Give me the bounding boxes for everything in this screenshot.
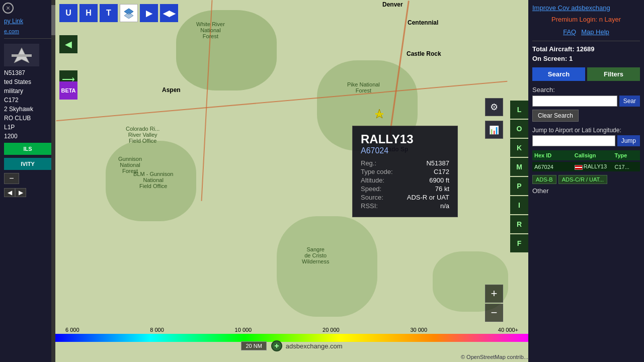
alt-value: 6900 ft <box>429 176 449 184</box>
aircraft-org: RO CLUB <box>0 114 55 123</box>
u-button[interactable]: U <box>59 4 77 22</box>
zoom-controls: + − <box>485 285 503 322</box>
o-button[interactable]: O <box>510 120 528 138</box>
colorbar-label-4: 30 000 <box>410 327 427 333</box>
th-hexid: Hex ID <box>532 150 572 160</box>
popup-hexid: A67024 <box>361 146 449 155</box>
speed-label: Speed: <box>361 185 381 193</box>
map-help-link[interactable]: Map Help <box>581 28 609 36</box>
total-aircraft-stat: Total Aircraft: 12689 <box>532 45 640 53</box>
t-button[interactable]: T <box>100 4 118 22</box>
improve-coverage-link[interactable]: Improve Cov adsbexchang <box>532 4 640 13</box>
h-button[interactable]: H <box>79 4 98 22</box>
p-button[interactable]: P <box>510 177 528 195</box>
jump-button[interactable]: Jump <box>617 135 640 146</box>
settings-button[interactable]: ⚙ <box>485 98 503 116</box>
right-panel: Improve Cov adsbexchang Premium Login: n… <box>528 0 644 362</box>
aircraft-popup: RALLY13 A67024 Reg.: N51387 Type code: C… <box>352 126 458 217</box>
aircraft-icon[interactable] <box>373 108 385 120</box>
popup-row-type: Type code: C172 <box>361 168 449 175</box>
zoom-in-button[interactable]: + <box>485 285 503 303</box>
source-label: Source: <box>361 194 383 201</box>
adsb-watermark: adsbexchange.com <box>286 342 343 350</box>
zoom-out-button[interactable]: − <box>485 304 503 322</box>
faq-link[interactable]: FAQ <box>563 28 576 36</box>
m-button[interactable]: M <box>510 158 528 176</box>
colorbar-label-0: 6 000 <box>65 327 79 333</box>
filters-tab[interactable]: Filters <box>587 67 640 81</box>
aircraft-id: L1P <box>0 123 55 132</box>
th-callsign: Callsign <box>573 150 612 160</box>
panel-tabs: Search Filters <box>532 67 640 81</box>
reg-value: N51387 <box>426 159 449 167</box>
flag-icon <box>575 165 583 170</box>
back-button[interactable]: ◀ <box>59 35 77 53</box>
reg-label: Reg.: <box>361 159 376 167</box>
arrow-left-button[interactable]: ◀ <box>4 188 15 197</box>
colorbar-label-2: 10 000 <box>235 327 252 333</box>
type-value: C172 <box>434 168 449 175</box>
popup-row-source: Source: ADS-R or UAT <box>361 194 449 201</box>
next-button[interactable]: ▶ <box>140 4 158 22</box>
panel-divider-1 <box>532 41 640 41</box>
r-button[interactable]: R <box>510 215 528 233</box>
aircraft-type-desc: military <box>0 86 55 96</box>
adsb-logo-icon <box>271 340 283 352</box>
beta-badge: BETA <box>59 81 77 100</box>
colorbar-label-5: 40 000+ <box>498 327 518 333</box>
logo-area: adsbexchange.com <box>271 340 343 352</box>
rssi-value: n/a <box>440 202 449 210</box>
search-section-label: Search: <box>532 86 640 94</box>
jump-input[interactable] <box>532 135 615 146</box>
map-area[interactable]: Denver Centennial Castle Rock Aspen Whit… <box>55 0 528 362</box>
colorbar-label-3: 20 000 <box>323 327 340 333</box>
colorbar-label-1: 8 000 <box>150 327 164 333</box>
copyright-notice: © OpenStreetMap contrib... <box>461 354 528 360</box>
td-hexid: A67024 <box>532 162 572 171</box>
minus-button[interactable]: − <box>4 173 19 184</box>
left-sidebar: × py Link e.com N51387 ted States milita… <box>0 0 55 362</box>
beta-label: BETA <box>59 81 77 100</box>
k-button[interactable]: K <box>510 139 528 157</box>
map-bottom-bar: 20 NM adsbexchange.com <box>55 340 528 352</box>
rssi-label: RSSI: <box>361 202 378 210</box>
search-tab[interactable]: Search <box>532 67 585 81</box>
source-tags-row: ADS-B ADS-C/R / UAT... <box>532 175 640 184</box>
sidebar-url[interactable]: e.com <box>0 27 55 35</box>
th-type: Type <box>613 150 640 160</box>
l-button[interactable]: L <box>510 101 528 119</box>
popup-row-alt: Altitude: 6900 ft <box>361 176 449 184</box>
close-button[interactable]: × <box>3 3 14 14</box>
stats-button[interactable]: 📊 <box>485 121 503 139</box>
search-button[interactable]: Sear <box>619 96 640 107</box>
arrow-right-button[interactable]: ▶ <box>15 188 26 197</box>
popup-row-speed: Speed: 76 kt <box>361 185 449 193</box>
on-screen-stat: On Screen: 1 <box>532 55 640 62</box>
aircraft-country: ted States <box>0 77 55 86</box>
activity-button[interactable]: IVITY <box>4 158 51 170</box>
premium-login-link[interactable]: Premium Login: n Layer <box>532 16 640 23</box>
source-tag-adsb: ADS-B <box>532 175 556 184</box>
f-button[interactable]: F <box>510 234 528 252</box>
copy-link[interactable]: py Link <box>0 15 55 27</box>
popup-row-reg: Reg.: N51387 <box>361 159 449 167</box>
jump-label: Jump to Airport or Lati Longitude: <box>532 127 640 135</box>
search-input[interactable] <box>532 96 617 107</box>
colorbar-labels: 6 000 8 000 10 000 20 000 30 000 40 000+ <box>65 327 518 333</box>
table-header: Hex ID Callsign Type <box>532 150 640 160</box>
scale-badge: 20 NM <box>241 341 266 350</box>
clear-search-button[interactable]: Clear Search <box>532 110 579 122</box>
aircraft-type-code: C172 <box>0 96 55 105</box>
td-callsign: RALLY13 <box>573 162 612 171</box>
map-right-buttons: L O K M P I R F <box>510 101 528 252</box>
table-row[interactable]: A67024 RALLY13 C17... <box>532 162 640 171</box>
help-links: FAQ Map Help <box>532 28 640 36</box>
details-button[interactable]: ILS <box>4 143 51 155</box>
sidebar-divider <box>4 38 51 39</box>
alt-label: Altitude: <box>361 176 384 184</box>
arrows-button[interactable]: ◀▶ <box>160 4 178 22</box>
source-tag-adsc: ADS-C/R / UAT... <box>558 175 608 184</box>
speed-value: 76 kt <box>435 185 449 193</box>
i-button[interactable]: I <box>510 196 528 214</box>
layers-button[interactable] <box>120 4 138 22</box>
